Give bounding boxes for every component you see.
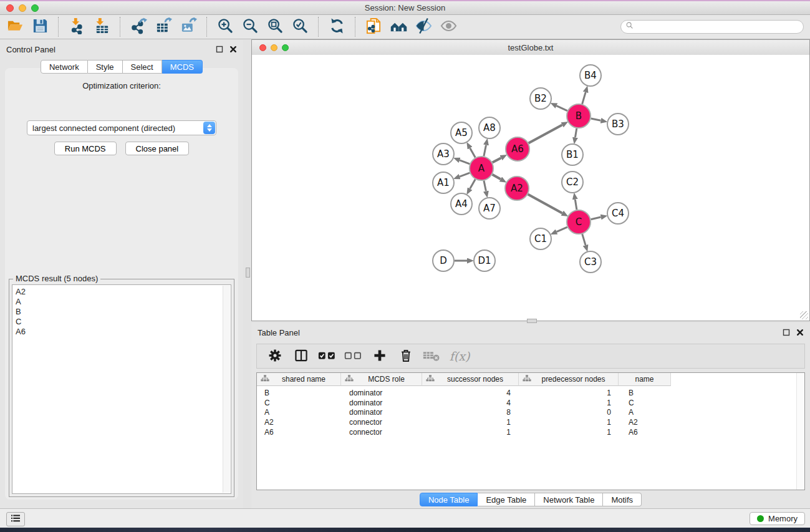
cell-shared-name[interactable]: B xyxy=(257,389,342,397)
column-header-successor-nodes[interactable]: successor nodes xyxy=(422,373,519,386)
close-window-icon[interactable] xyxy=(6,4,14,12)
cell-name[interactable]: A xyxy=(621,408,674,417)
window-resize-grip[interactable] xyxy=(800,311,808,319)
tab-mcds[interactable]: MCDS xyxy=(162,60,203,74)
export-network-button[interactable] xyxy=(126,16,151,37)
node-C3[interactable]: C3 xyxy=(580,251,601,273)
edge-B-B4[interactable] xyxy=(582,92,586,104)
first-neighbors-button[interactable] xyxy=(386,16,411,37)
network-close-icon[interactable] xyxy=(259,44,266,51)
edge-A-A3[interactable] xyxy=(460,160,470,164)
node-A[interactable]: A xyxy=(470,157,493,180)
table-row[interactable]: A6connector11A6 xyxy=(257,427,804,437)
export-image-button[interactable] xyxy=(176,16,201,37)
node-D[interactable]: D xyxy=(433,250,454,271)
tab-motifs[interactable]: Motifs xyxy=(603,493,642,506)
result-list-item[interactable]: A6 xyxy=(16,327,231,337)
node-table[interactable]: shared nameMCDS rolesuccessor nodesprede… xyxy=(256,372,805,490)
tab-network[interactable]: Network xyxy=(41,60,88,74)
save-session-button[interactable] xyxy=(27,16,52,37)
cell-shared-name[interactable]: A6 xyxy=(257,428,342,437)
network-graph[interactable]: B4B2BB3A5A8A6A3B1AA1C2A2A4A7C4CC1C3DD1 xyxy=(252,55,809,321)
cell-mcds-role[interactable]: connector xyxy=(342,428,423,437)
node-B4[interactable]: B4 xyxy=(580,65,601,86)
node-C[interactable]: C xyxy=(567,210,591,234)
edge-A-A1[interactable] xyxy=(460,173,470,177)
result-list-scrollbar[interactable] xyxy=(223,286,230,493)
node-C1[interactable]: C1 xyxy=(530,228,551,249)
cell-shared-name[interactable]: A xyxy=(257,408,342,417)
open-session-button[interactable] xyxy=(2,16,27,37)
minimize-window-icon[interactable] xyxy=(19,4,26,12)
cell-name[interactable]: C xyxy=(621,399,674,407)
close-panel-icon[interactable] xyxy=(229,46,237,53)
vertical-split-grip[interactable] xyxy=(246,268,250,278)
horizontal-split-grip[interactable] xyxy=(527,319,537,323)
edge-A2-C[interactable] xyxy=(528,195,562,213)
result-list-item[interactable]: C xyxy=(16,317,231,327)
node-A4[interactable]: A4 xyxy=(451,193,472,215)
deselect-all-columns-button[interactable] xyxy=(344,347,363,365)
edge-A-A6[interactable] xyxy=(493,158,501,162)
zoom-in-button[interactable] xyxy=(213,16,238,37)
edge-A-A5[interactable] xyxy=(470,148,476,157)
edge-C-C1[interactable] xyxy=(557,227,567,232)
run-mcds-button[interactable]: Run MCDS xyxy=(54,142,117,155)
edge-A-A2[interactable] xyxy=(492,175,500,180)
cell-predecessor-nodes[interactable]: 0 xyxy=(521,408,621,417)
table-row[interactable]: Bdominator41B xyxy=(257,388,804,398)
cell-mcds-role[interactable]: dominator xyxy=(342,408,423,417)
cell-mcds-role[interactable]: dominator xyxy=(342,399,423,407)
network-canvas[interactable]: B4B2BB3A5A8A6A3B1AA1C2A2A4A7C4CC1C3DD1 xyxy=(252,55,809,321)
node-A8[interactable]: A8 xyxy=(479,117,500,138)
edge-A-A7[interactable] xyxy=(484,181,486,191)
criterion-select[interactable]: largest connected component (directed) xyxy=(27,120,216,135)
node-A1[interactable]: A1 xyxy=(433,172,454,193)
column-header-predecessor-nodes[interactable]: predecessor nodes xyxy=(519,373,619,386)
node-A3[interactable]: A3 xyxy=(433,143,454,165)
tab-network-table[interactable]: Network Table xyxy=(535,493,603,506)
node-A7[interactable]: A7 xyxy=(479,198,500,219)
show-all-button[interactable] xyxy=(436,16,461,37)
column-header-mcds-role[interactable]: MCDS role xyxy=(341,373,422,386)
node-B[interactable]: B xyxy=(567,104,591,128)
create-column-button[interactable] xyxy=(370,347,389,365)
node-D1[interactable]: D1 xyxy=(474,250,495,271)
node-C2[interactable]: C2 xyxy=(562,172,583,193)
edge-A-A8[interactable] xyxy=(484,145,486,156)
column-header-shared-name[interactable]: shared name xyxy=(257,373,341,386)
cell-name[interactable]: B xyxy=(621,389,674,397)
network-window-titlebar[interactable]: testGlobe.txt xyxy=(252,40,809,56)
network-zoom-icon[interactable] xyxy=(282,44,289,51)
close-panel-button[interactable]: Close panel xyxy=(125,142,190,155)
node-B1[interactable]: B1 xyxy=(562,144,583,165)
table-row[interactable]: A2connector11A2 xyxy=(257,417,804,427)
table-scrollbar[interactable] xyxy=(796,373,804,490)
export-table-button[interactable] xyxy=(151,16,176,37)
cell-successor-nodes[interactable]: 4 xyxy=(423,389,521,397)
cell-predecessor-nodes[interactable]: 1 xyxy=(521,418,621,427)
edge-B-B2[interactable] xyxy=(556,106,567,111)
cell-successor-nodes[interactable]: 1 xyxy=(423,418,521,427)
cell-shared-name[interactable]: C xyxy=(257,399,342,407)
edge-C-C4[interactable] xyxy=(591,217,601,220)
cell-successor-nodes[interactable]: 1 xyxy=(423,428,521,437)
tab-style[interactable]: Style xyxy=(88,60,123,74)
tab-node-table[interactable]: Node Table xyxy=(420,493,478,506)
result-list-item[interactable]: B xyxy=(16,307,231,317)
show-columns-button[interactable] xyxy=(292,347,311,365)
result-list-item[interactable]: A xyxy=(16,297,231,307)
cell-shared-name[interactable]: A2 xyxy=(257,418,342,427)
cell-name[interactable]: A2 xyxy=(621,418,674,427)
table-row[interactable]: Cdominator41C xyxy=(257,398,804,408)
tab-edge-table[interactable]: Edge Table xyxy=(478,493,535,506)
memory-button[interactable]: Memory xyxy=(750,512,805,525)
edge-B-B1[interactable] xyxy=(575,128,576,138)
zoom-fit-button[interactable] xyxy=(263,16,287,37)
network-minimize-icon[interactable] xyxy=(271,44,277,51)
cell-successor-nodes[interactable]: 4 xyxy=(423,399,521,407)
node-A2[interactable]: A2 xyxy=(505,177,529,200)
search-input[interactable] xyxy=(634,21,803,32)
import-table-button[interactable] xyxy=(89,16,114,37)
clone-network-button[interactable] xyxy=(361,16,386,37)
